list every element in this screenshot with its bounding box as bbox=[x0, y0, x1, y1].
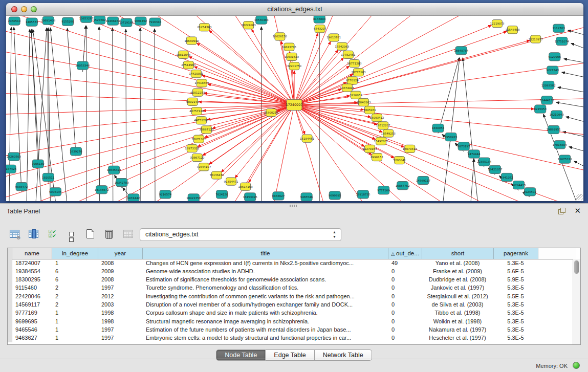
graph-node[interactable]: 14569117 bbox=[416, 176, 431, 184]
graph-node[interactable]: 11548408 bbox=[505, 26, 520, 34]
new-column-icon[interactable] bbox=[83, 227, 97, 240]
column-header-title[interactable]: title bbox=[143, 248, 388, 259]
cell-out_de...[interactable]: 0 bbox=[388, 325, 422, 334]
graph-node[interactable]: 1920511 bbox=[42, 173, 55, 181]
cell-title[interactable]: Corpus callosum shape and size in male p… bbox=[143, 309, 388, 317]
table-row[interactable]: 1872400712008Changes of HCN gene express… bbox=[8, 259, 573, 267]
column-header-pagerank[interactable]: pagerank bbox=[494, 248, 538, 259]
graph-node[interactable]: 18224063 bbox=[242, 21, 256, 29]
graph-node[interactable]: 19466162 bbox=[106, 17, 120, 25]
cell-in_degree[interactable]: 2 bbox=[52, 292, 98, 300]
graph-node[interactable]: 9835472 bbox=[15, 183, 28, 191]
graph-node[interactable]: 15093412 bbox=[370, 114, 384, 122]
select-all-columns-icon[interactable]: ☑✔ ☑✔ bbox=[45, 227, 59, 240]
table-selector-dropdown[interactable]: citations_edges.txt ▲▼ bbox=[140, 228, 341, 241]
graph-node[interactable]: 1187425 bbox=[6, 165, 17, 173]
cell-out_de...[interactable]: 0 bbox=[388, 292, 422, 300]
graph-node[interactable]: 9777169 bbox=[377, 186, 390, 194]
cell-in_degree[interactable]: 6 bbox=[52, 267, 98, 275]
graph-node[interactable]: 12219073 bbox=[490, 20, 505, 28]
cell-short[interactable]: Nakamura et al. (1997) bbox=[422, 325, 494, 334]
graph-node[interactable]: 18421057 bbox=[488, 165, 503, 173]
cell-short[interactable]: Hescheler et al. (1997) bbox=[422, 334, 494, 342]
column-header-out_de...[interactable]: △out_de... bbox=[388, 248, 422, 259]
column-chooser-icon[interactable] bbox=[26, 227, 40, 240]
graph-node[interactable]: 15184451 bbox=[300, 135, 315, 142]
graph-node[interactable]: 12444151 bbox=[540, 96, 555, 104]
cell-year[interactable]: 1997 bbox=[98, 334, 143, 342]
graph-node[interactable]: 1112763 bbox=[553, 24, 565, 32]
cell-pagerank[interactable]: 5.3E-5 bbox=[494, 284, 538, 292]
graph-node[interactable]: 9155260 bbox=[61, 17, 74, 26]
graph-node[interactable]: 8215953 bbox=[534, 105, 547, 113]
graph-node[interactable]: 9474442 bbox=[127, 194, 140, 201]
cell-out_de...[interactable]: 0 bbox=[388, 284, 422, 292]
graph-node[interactable]: 10931623 bbox=[285, 53, 299, 60]
graph-node[interactable]: 20691406 bbox=[41, 16, 56, 25]
graph-node[interactable]: 91354471 bbox=[224, 178, 239, 185]
graph-node[interactable]: 9691452 bbox=[135, 17, 147, 25]
cell-name[interactable]: 19384554 bbox=[12, 267, 52, 275]
graph-node[interactable]: 14420091 bbox=[189, 70, 204, 78]
cell-short[interactable]: Jankovic et al. (1997) bbox=[422, 284, 494, 292]
cell-name[interactable]: 18300295 bbox=[12, 276, 52, 284]
cell-in_degree[interactable]: 1 bbox=[52, 334, 98, 342]
graph-node[interactable]: 7624150 bbox=[215, 190, 228, 199]
cell-year[interactable]: 1997 bbox=[98, 284, 143, 292]
cell-short[interactable]: Tibbo et al. (1998) bbox=[422, 309, 494, 317]
graph-node[interactable]: 9341052 bbox=[500, 173, 513, 181]
cell-title[interactable]: Genome-wide association studies in ADHD. bbox=[143, 267, 388, 275]
graph-node[interactable]: 44751203 bbox=[194, 117, 209, 124]
citation-network-graph[interactable]: 2060510140557320691406915526010653287152… bbox=[6, 16, 583, 201]
table-row[interactable]: 977716911998Corpus callosum shape and si… bbox=[8, 309, 573, 317]
graph-node[interactable]: 15079413 bbox=[403, 145, 418, 152]
graph-node[interactable]: 25260503 bbox=[7, 152, 21, 161]
graph-node[interactable]: 3216051 bbox=[350, 91, 362, 99]
graph-node[interactable]: 35867120 bbox=[199, 126, 214, 134]
cell-in_degree[interactable]: 1 bbox=[52, 317, 98, 325]
graph-node[interactable]: 1405573 bbox=[26, 18, 38, 26]
graph-node[interactable]: 9465546 bbox=[300, 193, 313, 201]
cell-in_degree[interactable]: 1 bbox=[52, 325, 98, 334]
graph-node[interactable]: 16512207 bbox=[376, 122, 391, 129]
table-row[interactable]: 911546021997Tourette syndrome. Phenomeno… bbox=[8, 284, 573, 292]
graph-node[interactable]: 6873197 bbox=[458, 142, 470, 150]
graph-node[interactable]: 18973321 bbox=[185, 144, 200, 152]
cell-short[interactable]: Wolkin et al. (1998) bbox=[422, 317, 494, 325]
graph-node[interactable]: 16626150 bbox=[273, 33, 288, 40]
cell-title[interactable]: Embryonic stem cells: a model to study s… bbox=[143, 334, 388, 342]
graph-node[interactable]: 18775163 bbox=[351, 69, 366, 76]
cell-name[interactable]: 9465546 bbox=[12, 325, 52, 334]
table-row[interactable]: 2242004622012Investigating the contribut… bbox=[8, 292, 573, 300]
graph-node[interactable]: 2060510 bbox=[8, 17, 21, 25]
cell-name[interactable]: 22420046 bbox=[12, 292, 52, 300]
graph-node[interactable]: 8958923 bbox=[445, 133, 458, 141]
network-window-titlebar[interactable]: citations_edges.txt bbox=[6, 3, 583, 16]
column-header-name[interactable]: name bbox=[12, 248, 52, 259]
cell-out_de...[interactable]: 0 bbox=[388, 276, 422, 284]
cell-in_degree[interactable]: 2 bbox=[52, 300, 98, 309]
graph-node[interactable]: 11675312 bbox=[558, 155, 572, 163]
cell-out_de...[interactable]: 0 bbox=[388, 267, 422, 275]
cell-year[interactable]: 2008 bbox=[98, 276, 143, 284]
cell-year[interactable]: 1998 bbox=[98, 317, 143, 325]
cell-in_degree[interactable]: 6 bbox=[52, 276, 98, 284]
graph-node[interactable]: 76136470 bbox=[209, 171, 224, 179]
scrollbar-thumb[interactable] bbox=[574, 260, 579, 274]
graph-node[interactable]: 20053346 bbox=[76, 61, 91, 70]
graph-node[interactable]: 18514163 bbox=[238, 183, 253, 190]
graph-node[interactable]: 32201750 bbox=[287, 62, 302, 70]
cell-short[interactable]: de Silva et al. (2003) bbox=[422, 300, 494, 309]
table-row[interactable]: 1938455462009Genome-wide association stu… bbox=[8, 267, 573, 275]
cell-out_de...[interactable]: 0 bbox=[388, 317, 422, 325]
graph-node[interactable]: 60012253 bbox=[190, 89, 205, 96]
cell-year[interactable]: 1998 bbox=[98, 309, 143, 317]
graph-node[interactable]: 18812043 bbox=[176, 51, 191, 58]
graph-node[interactable]: 22355134 bbox=[477, 158, 492, 166]
graph-node[interactable]: 6543207 bbox=[314, 25, 326, 33]
graph-node[interactable]: 7805931 bbox=[363, 106, 376, 114]
graph-node[interactable]: 5905135 bbox=[49, 188, 62, 196]
graph-node[interactable]: 16210643 bbox=[550, 111, 564, 119]
graph-node[interactable]: 18918735 bbox=[356, 190, 371, 199]
column-header-filler[interactable] bbox=[538, 248, 576, 259]
